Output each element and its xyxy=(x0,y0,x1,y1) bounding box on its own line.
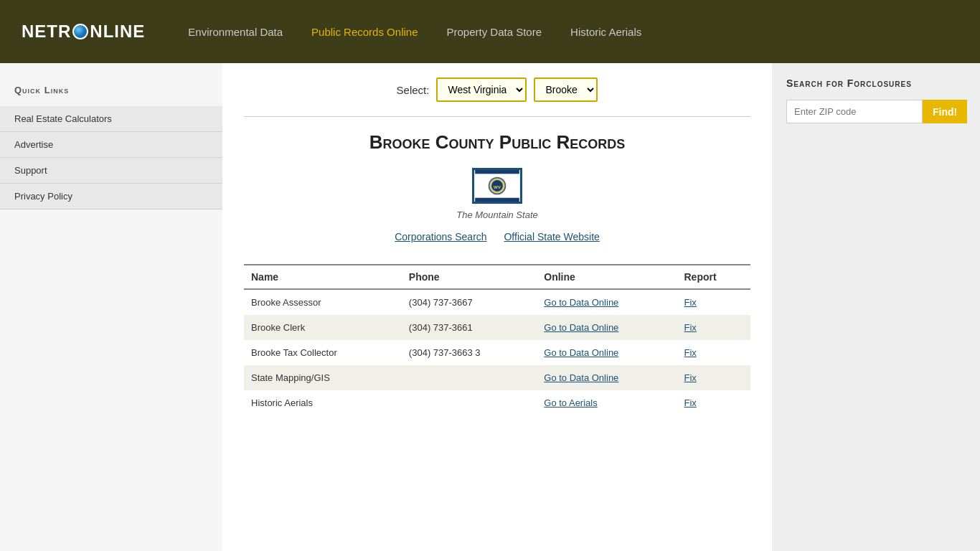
sidebar-item-support[interactable]: Support xyxy=(0,158,222,184)
select-label: Select: xyxy=(397,84,430,96)
county-select[interactable]: Brooke xyxy=(534,77,598,102)
table-row: Historic AerialsGo to AerialsFix xyxy=(244,390,750,415)
col-phone: Phone xyxy=(402,265,537,289)
col-report: Report xyxy=(677,265,751,289)
table-row: Brooke Assessor(304) 737-3667Go to Data … xyxy=(244,289,750,315)
sidebar-item-real-estate-calculators[interactable]: Real Estate Calculators xyxy=(0,106,222,132)
main-nav: Environmental Data Public Records Online… xyxy=(188,26,641,38)
cell-online: Go to Data Online xyxy=(537,365,677,390)
cell-online: Go to Data Online xyxy=(537,340,677,365)
sidebar-item-advertise[interactable]: Advertise xyxy=(0,132,222,158)
sidebar-item-privacy-policy[interactable]: Privacy Policy xyxy=(0,184,222,209)
online-link[interactable]: Go to Data Online xyxy=(544,347,618,358)
main-wrapper: Quick Links Real Estate Calculators Adve… xyxy=(0,63,980,551)
table-row: Brooke Tax Collector(304) 737-3663 3Go t… xyxy=(244,340,750,365)
cell-report: Fix xyxy=(677,289,751,315)
cell-phone: (304) 737-3661 xyxy=(402,315,537,340)
cell-online: Go to Data Online xyxy=(537,289,677,315)
report-link[interactable]: Fix xyxy=(684,372,697,383)
sidebar: Quick Links Real Estate Calculators Adve… xyxy=(0,63,222,551)
state-caption: The Mountain State xyxy=(244,209,750,220)
svg-text:WV: WV xyxy=(494,184,501,189)
find-button[interactable]: Find! xyxy=(923,100,967,123)
cell-report: Fix xyxy=(677,340,751,365)
links-row: Corporations Search Official State Websi… xyxy=(244,231,750,242)
state-flag: WV xyxy=(472,168,522,204)
cell-name: Brooke Assessor xyxy=(244,289,402,315)
cell-online: Go to Data Online xyxy=(537,315,677,340)
official-state-website-link[interactable]: Official State Website xyxy=(504,231,599,242)
cell-phone: (304) 737-3663 3 xyxy=(402,340,537,365)
table-row: Brooke Clerk(304) 737-3661Go to Data Onl… xyxy=(244,315,750,340)
cell-online: Go to Aerials xyxy=(537,390,677,415)
logo-text-post: NLINE xyxy=(90,22,145,42)
flag-container: WV The Mountain State xyxy=(244,168,750,220)
online-link[interactable]: Go to Data Online xyxy=(544,297,618,308)
cell-name: Brooke Clerk xyxy=(244,315,402,340)
nav-property-data-store[interactable]: Property Data Store xyxy=(446,26,542,38)
sidebar-title: Quick Links xyxy=(0,77,222,106)
table-row: State Mapping/GISGo to Data OnlineFix xyxy=(244,365,750,390)
select-bar: Select: West Virginia Brooke xyxy=(244,77,750,102)
logo-text-pre: NETR xyxy=(22,22,71,42)
nav-public-records-online[interactable]: Public Records Online xyxy=(311,26,418,38)
cell-phone xyxy=(402,365,537,390)
right-sidebar: Search for Forclosures Find! xyxy=(772,63,980,551)
cell-name: Historic Aerials xyxy=(244,390,402,415)
report-link[interactable]: Fix xyxy=(684,397,697,408)
cell-phone: (304) 737-3667 xyxy=(402,289,537,315)
cell-phone xyxy=(402,390,537,415)
state-select[interactable]: West Virginia xyxy=(436,77,527,102)
zip-input[interactable] xyxy=(786,100,923,123)
foreclosure-box: Search for Forclosures Find! xyxy=(786,77,966,123)
logo[interactable]: NETRNLINE xyxy=(22,22,145,42)
foreclosure-form: Find! xyxy=(786,100,966,123)
header: NETRNLINE Environmental Data Public Reco… xyxy=(0,0,980,63)
cell-name: Brooke Tax Collector xyxy=(244,340,402,365)
report-link[interactable]: Fix xyxy=(684,297,697,308)
nav-historic-aerials[interactable]: Historic Aerials xyxy=(570,26,641,38)
logo-globe-icon xyxy=(72,24,88,39)
cell-report: Fix xyxy=(677,315,751,340)
cell-report: Fix xyxy=(677,365,751,390)
nav-environmental-data[interactable]: Environmental Data xyxy=(188,26,283,38)
report-link[interactable]: Fix xyxy=(684,347,697,358)
records-table: Name Phone Online Report Brooke Assessor… xyxy=(244,264,750,415)
svg-rect-2 xyxy=(475,198,519,202)
col-name: Name xyxy=(244,265,402,289)
table-header-row: Name Phone Online Report xyxy=(244,265,750,289)
foreclosure-title: Search for Forclosures xyxy=(786,77,966,89)
table-body: Brooke Assessor(304) 737-3667Go to Data … xyxy=(244,289,750,415)
corporations-search-link[interactable]: Corporations Search xyxy=(395,231,486,242)
main-content: Select: West Virginia Brooke Brooke Coun… xyxy=(222,63,772,551)
cell-name: State Mapping/GIS xyxy=(244,365,402,390)
online-link[interactable]: Go to Data Online xyxy=(544,372,618,383)
online-link[interactable]: Go to Data Online xyxy=(544,322,618,333)
svg-rect-1 xyxy=(475,170,519,174)
online-link[interactable]: Go to Aerials xyxy=(544,397,597,408)
page-title: Brooke County Public Records xyxy=(244,116,750,154)
cell-report: Fix xyxy=(677,390,751,415)
col-online: Online xyxy=(537,265,677,289)
report-link[interactable]: Fix xyxy=(684,322,697,333)
